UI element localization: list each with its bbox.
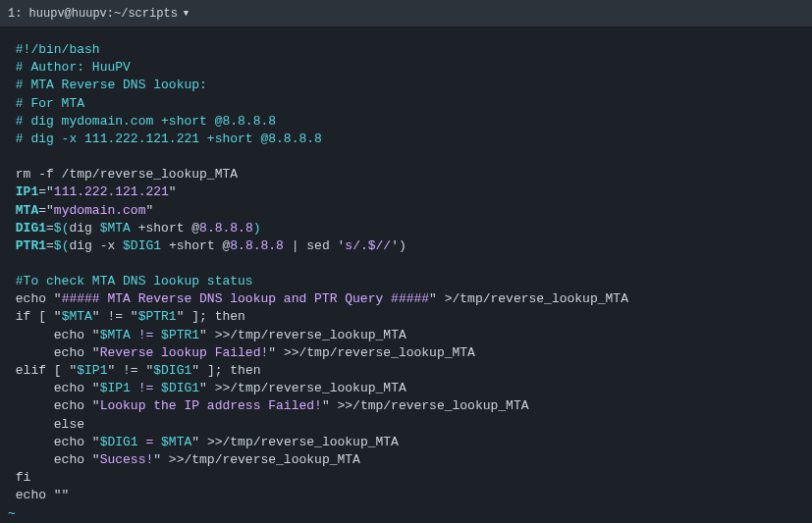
terminal-content[interactable]: #!/bin/bash # Author: HuuPV # MTA Revers… <box>0 27 812 523</box>
code-line: IP1="111.222.121.221" <box>8 183 804 201</box>
code-line: echo "$MTA != $PTR1" >>/tmp/reverse_look… <box>8 327 804 344</box>
code-line: if [ "$MTA" != "$PTR1" ]; then <box>8 308 804 326</box>
code-line: # MTA Reverse DNS lookup: <box>8 77 804 94</box>
terminal-tab-bar[interactable]: 1: huupv@huupv:~/scripts ▼ <box>0 0 812 27</box>
code-line: elif [ "$IP1" != "$DIG1" ]; then <box>8 362 804 380</box>
code-line: # dig -x 111.222.121.221 +short @8.8.8.8 <box>8 131 804 148</box>
code-line: echo "Sucess!" >>/tmp/reverse_lookup_MTA <box>8 451 804 469</box>
code-line: PTR1=$(dig -x $DIG1 +short @8.8.8.8 | se… <box>8 237 804 255</box>
code-line: # dig mydomain.com +short @8.8.8.8 <box>8 113 804 131</box>
code-line: echo "$IP1 != $DIG1" >>/tmp/reverse_look… <box>8 380 804 397</box>
vim-tilde: ~ <box>8 505 804 523</box>
code-line: echo "" <box>8 487 804 504</box>
code-line: echo "Reverse lookup Failed!" >>/tmp/rev… <box>8 344 804 362</box>
code-line: # Author: HuuPV <box>8 59 804 77</box>
code-line: # For MTA <box>8 95 804 113</box>
code-line: else <box>8 416 804 434</box>
code-line: rm -f /tmp/reverse_lookup_MTA <box>8 166 804 183</box>
chevron-down-icon[interactable]: ▼ <box>184 9 189 19</box>
code-line: #!/bin/bash <box>8 41 804 59</box>
code-line: DIG1=$(dig $MTA +short @8.8.8.8) <box>8 220 804 237</box>
terminal-tab-label: 1: huupv@huupv:~/scripts <box>8 7 178 21</box>
blank-line <box>8 255 804 273</box>
code-line: MTA="mydomain.com" <box>8 202 804 220</box>
code-line: echo "$DIG1 = $MTA" >>/tmp/reverse_looku… <box>8 434 804 451</box>
code-line: #To check MTA DNS lookup status <box>8 273 804 290</box>
code-line: echo "##### MTA Reverse DNS lookup and P… <box>8 290 804 308</box>
blank-line <box>8 148 804 166</box>
code-line: echo "Lookup the IP address Failed!" >>/… <box>8 397 804 415</box>
code-line: fi <box>8 469 804 487</box>
